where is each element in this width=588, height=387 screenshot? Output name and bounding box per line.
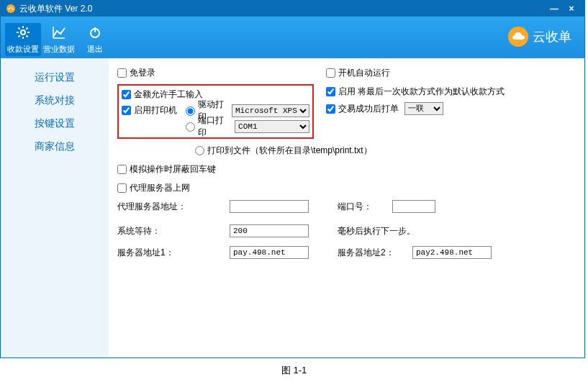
tab-label: 收款设置 xyxy=(7,44,39,55)
label-server2: 服务器地址2： xyxy=(338,247,408,259)
input-server2[interactable] xyxy=(412,246,492,259)
sidebar-item-run-settings[interactable]: 运行设置 xyxy=(1,65,109,88)
checkbox-block-enter[interactable]: 模拟操作时屏蔽回车键 xyxy=(117,163,216,176)
checkbox-enable-printer[interactable]: 启用打印机 xyxy=(122,104,186,117)
highlighted-printer-group: 金额允许手工输入 启用打印机 xyxy=(117,84,314,139)
label-port: 端口号： xyxy=(338,201,388,213)
sidebar-item-key-settings[interactable]: 按键设置 xyxy=(1,111,109,135)
app-icon xyxy=(5,3,17,14)
label-proxy-addr: 代理服务器地址： xyxy=(117,201,225,213)
select-port[interactable]: COM1 xyxy=(235,120,309,133)
tab-exit[interactable]: 退出 xyxy=(77,23,113,56)
chart-icon xyxy=(52,25,66,42)
input-wait[interactable] xyxy=(230,224,309,237)
brand: 云收单 xyxy=(508,27,571,47)
close-button[interactable]: × xyxy=(563,4,580,14)
brand-text: 云收单 xyxy=(533,28,571,45)
ribbon: 收款设置 营业数据 退出 云收单 xyxy=(1,17,584,58)
sidebar-item-system-dock[interactable]: 系统对接 xyxy=(1,88,109,111)
label-server1: 服务器地址1： xyxy=(117,247,225,259)
body: 运行设置 系统对接 按键设置 商家信息 免登录 开机自动运行 xyxy=(1,58,584,358)
brand-logo-icon xyxy=(508,27,528,47)
checkbox-default-payment[interactable]: 启用 将最后一次收款方式作为默认收款方式 xyxy=(326,86,505,98)
sidebar: 运行设置 系统对接 按键设置 商家信息 xyxy=(1,58,109,358)
input-proxy-addr[interactable] xyxy=(230,200,309,213)
figure-caption: 图 1-1 xyxy=(0,364,588,377)
checkbox-print-on-success[interactable]: 交易成功后打单 xyxy=(326,103,399,115)
radio-print-to-file[interactable]: 打印到文件（软件所在目录\temp\print.txt） xyxy=(195,145,372,157)
svg-line-8 xyxy=(19,35,20,37)
tab-sales-data[interactable]: 营业数据 xyxy=(41,23,77,56)
select-copies[interactable]: 一联 xyxy=(404,102,443,115)
tab-payment-settings[interactable]: 收款设置 xyxy=(5,23,41,56)
minimize-button[interactable]: — xyxy=(546,4,563,14)
svg-line-7 xyxy=(26,35,27,37)
tab-label: 退出 xyxy=(87,44,103,55)
svg-line-6 xyxy=(19,27,20,29)
svg-point-1 xyxy=(21,30,25,35)
checkbox-auto-start[interactable]: 开机自动运行 xyxy=(326,67,549,79)
settings-panel: 免登录 开机自动运行 金额允许手工输入 xyxy=(109,58,584,358)
input-port[interactable] xyxy=(392,200,435,213)
checkbox-proxy-online[interactable]: 代理服务器上网 xyxy=(117,182,190,194)
gear-icon xyxy=(16,25,30,42)
power-icon xyxy=(88,25,102,42)
app-window: 云收单软件 Ver 2.0 — × 收款设置 营业数据 退出 云收单 xyxy=(0,0,585,358)
input-server1[interactable] xyxy=(230,246,309,259)
radio-port-print[interactable]: 端口打印 xyxy=(186,114,230,139)
sidebar-item-merchant-info[interactable]: 商家信息 xyxy=(1,135,109,158)
checkbox-free-login[interactable]: 免登录 xyxy=(117,67,326,79)
select-printer[interactable]: Microsoft XPS D xyxy=(232,104,309,117)
tab-label: 营业数据 xyxy=(43,44,75,55)
label-wait-suffix: 毫秒后执行下一步。 xyxy=(338,225,415,237)
svg-point-0 xyxy=(6,4,15,13)
titlebar: 云收单软件 Ver 2.0 — × xyxy=(1,1,584,17)
label-wait: 系统等待： xyxy=(117,225,225,237)
window-title: 云收单软件 Ver 2.0 xyxy=(19,3,546,15)
svg-line-9 xyxy=(26,27,27,29)
